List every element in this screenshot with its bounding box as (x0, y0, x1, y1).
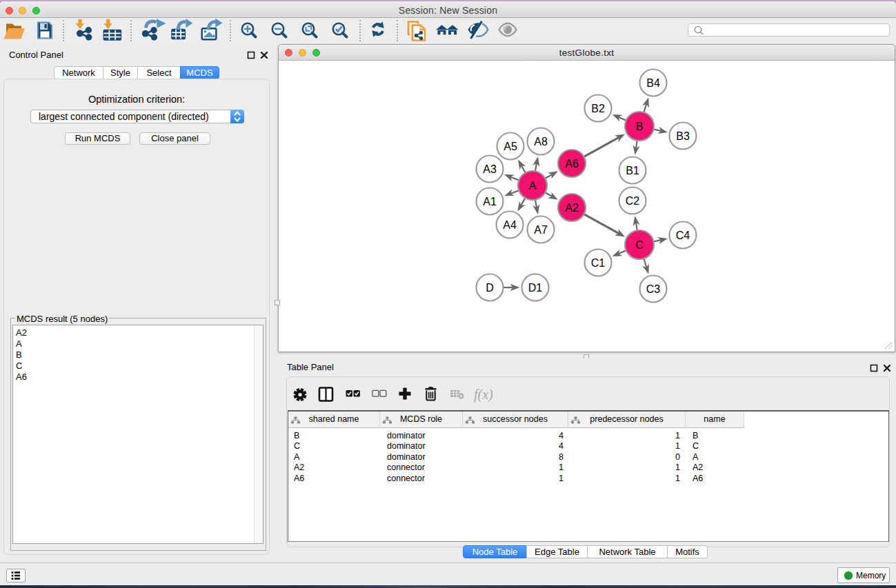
svg-text:A1: A1 (483, 196, 497, 207)
svg-text:A6: A6 (565, 158, 579, 170)
svg-text:A8: A8 (534, 136, 548, 148)
svg-text:A5: A5 (504, 141, 517, 152)
svg-text:A4: A4 (503, 219, 517, 231)
svg-text:D: D (486, 282, 494, 294)
svg-text:C1: C1 (591, 257, 606, 269)
svg-text:A: A (529, 180, 537, 192)
svg-text:B2: B2 (591, 103, 605, 114)
svg-text:A7: A7 (534, 224, 548, 236)
svg-text:f(x): f(x) (474, 387, 493, 403)
svg-text:A2: A2 (565, 202, 579, 214)
svg-text:B: B (636, 121, 644, 132)
svg-text:C: C (635, 239, 644, 251)
svg-text:B1: B1 (626, 165, 639, 176)
svg-text:C2: C2 (626, 195, 640, 207)
svg-text:A3: A3 (483, 163, 497, 175)
svg-text:D1: D1 (528, 282, 543, 294)
svg-text:C3: C3 (646, 283, 661, 295)
svg-text:C4: C4 (676, 230, 690, 241)
svg-text:B3: B3 (676, 130, 690, 142)
svg-text:B4: B4 (646, 77, 660, 89)
